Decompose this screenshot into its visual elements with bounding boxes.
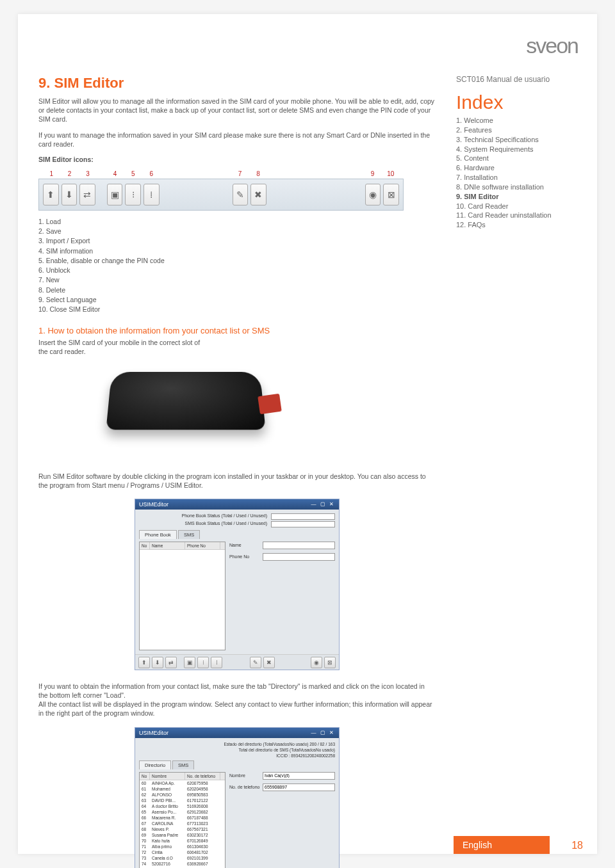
- col-no: No: [140, 773, 150, 780]
- sms-status-label: SMS Book Status (Total / Used / Unused): [185, 521, 267, 527]
- table-row: 67CAROLINA677313023: [140, 821, 225, 826]
- index-item[interactable]: 3. Technical Specifications: [456, 135, 578, 145]
- tab-sms: SMS: [172, 760, 194, 769]
- window-buttons-icon: — ▢ ✕: [311, 730, 335, 736]
- tab-directory: Directorio: [139, 760, 171, 769]
- page: sveon SCT016 Manual de usuario Index 1. …: [18, 14, 597, 854]
- name-label: Nombre: [229, 773, 260, 778]
- usim-editor-screenshot-empty: USIMEditor — ▢ ✕ Phone Book Status (Tota…: [135, 499, 340, 670]
- phone-field: [263, 784, 335, 791]
- index-sidebar: SCT016 Manual de usuario Index 1. Welcom…: [456, 75, 578, 230]
- table-row: 68Nieves P.667567321: [140, 826, 225, 832]
- phone-label: Phone No: [229, 554, 260, 559]
- delete-icon: ✖: [263, 657, 275, 668]
- table-row: 7452002716636928667: [140, 861, 225, 867]
- delete-icon: ✖: [250, 184, 266, 205]
- tab-sms: SMS: [178, 530, 200, 539]
- icon-num-9: 9: [363, 170, 381, 177]
- section-para-2: If you want to manage the information sa…: [38, 131, 436, 149]
- index-item[interactable]: 8. DNIe software installation: [456, 182, 578, 192]
- sim-info-icon: ▣: [107, 184, 123, 205]
- load-icon: ⬆: [138, 657, 150, 668]
- index-item[interactable]: 7. Installation: [456, 173, 578, 182]
- contact-list: No Nombre No. de telefono 60AINHOA Ap.62…: [139, 772, 226, 868]
- load-icon: ⬆: [43, 184, 59, 205]
- table-row: 70Kato huta670126849: [140, 838, 225, 844]
- index-item[interactable]: 11. Card Reader uninstallation: [456, 211, 578, 220]
- icon-number-row: 1 2 3 4 5 6 7 8 9 10: [38, 170, 404, 177]
- manual-title: SCT016 Manual de usuario: [456, 75, 578, 84]
- sms-status-line: Total del directorio de SMS (TotalVusado…: [139, 748, 335, 752]
- icon-num-6: 6: [142, 170, 160, 177]
- close-icon: ⊠: [383, 184, 399, 205]
- icon-num-3: 3: [79, 170, 97, 177]
- subsection-title: 1. How to obtaion the information from y…: [38, 326, 436, 335]
- legend-item: 3. Import / Export: [38, 236, 436, 246]
- unblock-icon: ⁞: [211, 657, 222, 668]
- table-row: 73Canela d.O692101399: [140, 855, 225, 861]
- close-icon: ⊠: [324, 657, 336, 668]
- name-field: [263, 542, 335, 549]
- phone-field: [263, 553, 335, 561]
- icon-num-5: 5: [124, 170, 142, 177]
- brand-logo: sveon: [526, 33, 578, 58]
- index-item[interactable]: 5. Content: [456, 154, 578, 163]
- footer-language: English: [454, 836, 550, 854]
- index-item[interactable]: 1. Welcome: [456, 116, 578, 125]
- legend-item: 2. Save: [38, 227, 436, 236]
- index-item[interactable]: 6. Hardware: [456, 163, 578, 173]
- window-buttons-icon: — ▢ ✕: [311, 501, 335, 508]
- new-icon: ✎: [233, 184, 249, 205]
- section-para-1: SIM Editor will allow you to manage all …: [38, 97, 436, 124]
- sim-info-icon: ▣: [184, 657, 195, 668]
- obtain-info-text: If you want to obtain the information fr…: [38, 682, 436, 718]
- name-field: [263, 772, 335, 780]
- card-reader-image: [96, 363, 275, 446]
- index-item[interactable]: 9. SIM Editor: [456, 192, 578, 202]
- unblock-icon: ⁞: [144, 184, 160, 205]
- legend-item: 10. Close SIM Editor: [38, 305, 436, 314]
- section-title: 9. SIM Editor: [38, 75, 436, 92]
- toolbar-row: ⬆ ⬇ ⇄ ▣ ⁝ ⁞ ✎ ✖ ◉ ⊠: [135, 654, 339, 670]
- phonebook-status-label: Phone Book Status (Total / Used / Unused…: [182, 513, 267, 520]
- icon-legend: 1. Load2. Save3. Import / Export4. SIM i…: [38, 217, 436, 314]
- pin-icon: ⁝: [125, 184, 141, 205]
- icon-num-4: 4: [106, 170, 124, 177]
- phone-label: No. de telefono: [229, 785, 260, 789]
- language-icon: ◉: [365, 184, 381, 205]
- index-item[interactable]: 2. Features: [456, 125, 578, 135]
- table-row: 61Mohamed620204958: [140, 786, 225, 792]
- table-row: 64A doctor Britto516926008: [140, 803, 225, 809]
- legend-item: 9. Select Language: [38, 295, 436, 305]
- window-title: USIMEditor: [139, 730, 168, 736]
- table-row: 60AINHOA Ap.620075958: [140, 780, 225, 786]
- language-icon: ◉: [311, 657, 322, 668]
- table-row: 62ALFONSO695850583: [140, 792, 225, 798]
- col-no: No: [140, 542, 150, 549]
- index-item[interactable]: 10. Card Reader: [456, 202, 578, 211]
- window-title: USIMEditor: [139, 501, 168, 508]
- iccid-line: ICCID : 8934261200240002258: [139, 753, 335, 758]
- tab-phonebook: Phone Book: [139, 530, 177, 539]
- name-label: Name: [229, 543, 260, 547]
- import-export-icon: ⇄: [165, 657, 177, 668]
- icon-num-10: 10: [382, 170, 400, 177]
- table-row: 72Cintia606481702: [140, 849, 225, 855]
- legend-item: 7. New: [38, 275, 436, 285]
- table-row: 63DAVID PBI...617012122: [140, 798, 225, 803]
- table-row: 71Alba primo661304630: [140, 844, 225, 849]
- new-icon: ✎: [250, 657, 261, 668]
- table-row: 69Susana Padre630230172: [140, 832, 225, 838]
- col-name: Nombre: [150, 773, 185, 780]
- import-export-icon: ⇄: [79, 184, 95, 205]
- col-phone: No. de telefono: [185, 773, 220, 780]
- index-item[interactable]: 12. FAQs: [456, 220, 578, 230]
- footer-page-number: 18: [571, 840, 583, 851]
- contact-list-empty: No Name Phone No: [139, 542, 226, 650]
- icon-num-8: 8: [249, 170, 267, 177]
- status-line: Estado del directorio (TotalVusadosNo us…: [139, 742, 335, 746]
- run-software-text: Run SIM Editor software by double clicki…: [38, 472, 436, 490]
- sim-card-icon: [258, 393, 282, 414]
- index-item[interactable]: 4. System Requirements: [456, 145, 578, 154]
- phonebook-status-field: [271, 513, 335, 520]
